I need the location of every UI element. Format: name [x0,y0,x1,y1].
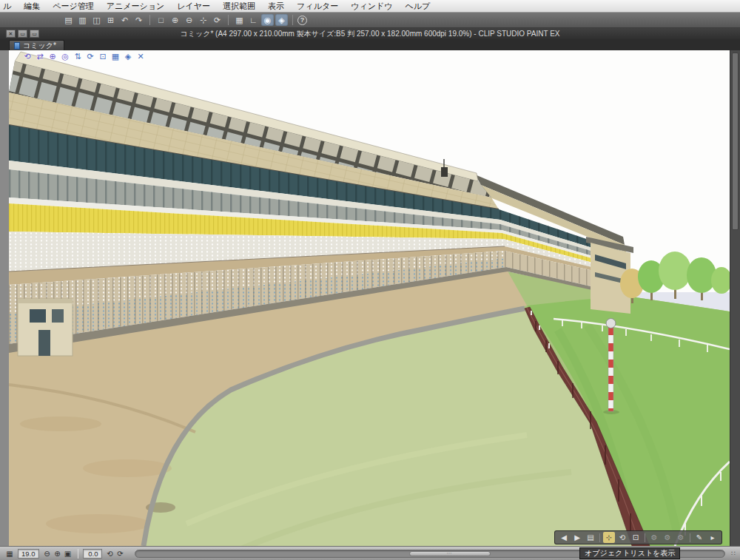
navigator-icon[interactable]: ▦ [4,548,15,559]
zoom-out-icon[interactable]: ⊖ [42,548,53,559]
tab-comic-document[interactable]: コミック* [9,40,64,50]
object-list-icon[interactable]: ▤ [585,532,596,543]
new-document-icon[interactable]: ▤ [62,14,75,26]
zoom-in-icon[interactable]: ⊕ [169,14,181,26]
rotate-view-icon[interactable]: ⟳ [211,14,223,26]
rotate-ccw-icon[interactable]: ⟲ [105,548,115,559]
prev-object-icon[interactable]: ◀ [558,532,570,543]
title-bar: ✕▭▭ コミック* (A4 297.00 x 210.00mm 製本サイズ:B5… [0,28,740,39]
window-title: コミック* (A4 297.00 x 210.00mm 製本サイズ:B5 判 2… [181,29,560,39]
camera-zoom-icon[interactable]: ⊕ [47,52,58,61]
rotate-mode-icon[interactable]: ⟲ [616,532,628,543]
redo-icon[interactable]: ↷ [132,14,145,26]
separator [599,533,600,542]
menu-item[interactable]: ページ管理 [53,1,94,12]
more-options-icon[interactable]: ▸ [707,532,719,543]
undo-icon[interactable]: ↶ [118,14,131,26]
separator [690,533,690,542]
camera-toolbar: ⟲⇄⊕◎⇅⟳⊡▦◈✕ [22,52,146,61]
main-toolbar: ▤▥◫⊞↶↷□⊕⊖⊹⟳▦∟◉◈? [0,13,740,28]
fit-to-window-icon[interactable]: ▣ [63,548,73,559]
scale-mode-icon[interactable]: ⊡ [630,532,642,543]
grid-icon[interactable]: ▦ [233,14,246,26]
pose-settings-icon[interactable]: ⚙ [648,532,660,543]
eraser-icon[interactable]: □ [155,14,167,26]
object-ground-icon[interactable]: ▦ [110,52,121,61]
document-icon [14,42,20,50]
menu-item[interactable]: 表示 [268,1,284,12]
maximize-button[interactable]: ▭ [30,30,39,38]
camera-pan-icon[interactable]: ⇄ [35,52,45,61]
help-icon[interactable]: ? [297,16,307,25]
snap-to-special-ruler-icon[interactable]: ◈ [275,14,288,26]
horizontal-scrollbar-thumb[interactable]: ⋯ [409,551,491,556]
menu-item[interactable]: ル [3,1,11,12]
resize-grip[interactable]: ∷ [731,550,736,557]
status-divider [78,549,78,559]
zoom-value[interactable]: 19.0 [18,549,39,559]
canvas-tab-bar: コミック* [0,39,740,50]
minimize-button[interactable]: ▭ [18,30,27,38]
racecourse-3d-render[interactable] [9,50,730,546]
zoom-in-icon[interactable]: ⊕ [53,548,63,559]
window-buttons: ✕▭▭ [6,30,39,38]
object-reset-icon[interactable]: ✕ [135,52,146,61]
menu-item[interactable]: レイヤー [177,1,210,12]
zoom-out-icon[interactable]: ⊖ [183,14,195,26]
menu-item[interactable]: アニメーション [107,1,165,12]
object-snap-icon[interactable]: ◈ [123,52,133,61]
object-toolbar: ◀▶▤⊹⟲⊡⚙⚙⚙✎▸ [554,530,722,544]
menu-item[interactable]: 選択範囲 [223,1,255,12]
object-move-icon[interactable]: ⇅ [73,52,83,61]
object-scale-icon[interactable]: ⊡ [98,52,108,61]
tab-label: コミック* [23,41,56,51]
menu-item[interactable]: フィルター [297,1,338,12]
vertical-scrollbar[interactable] [730,50,740,546]
next-object-icon[interactable]: ▶ [571,532,583,543]
save-icon[interactable]: ◫ [90,14,103,26]
object-list-tooltip: オブジェクトリストを表示 [579,547,680,559]
rotate-controls: ⟲⟳ [105,548,126,559]
canvas-viewport[interactable]: ⟲⇄⊕◎⇅⟳⊡▦◈✕ ◀▶▤⊹⟲⊡⚙⚙⚙✎▸ [9,50,730,546]
model-settings-icon[interactable]: ⚙ [662,532,673,543]
menu-bar: ル編集ページ管理アニメーションレイヤー選択範囲表示フィルターウィンドウヘルプ [0,0,740,13]
ruler-icon[interactable]: ∟ [247,14,260,26]
export-icon[interactable]: ⊞ [104,14,117,26]
side-building [18,299,73,356]
close-button[interactable]: ✕ [6,30,16,38]
move-mode-icon[interactable]: ⊹ [603,532,615,543]
camera-rotate-icon[interactable]: ⟲ [22,52,33,61]
rotation-value[interactable]: 0.0 [83,549,102,559]
camera-roll-icon[interactable]: ◎ [60,52,70,61]
separator [645,533,645,542]
open-file-icon[interactable]: ▥ [76,14,89,26]
main-area: ⟲⇄⊕◎⇅⟳⊡▦◈✕ ◀▶▤⊹⟲⊡⚙⚙⚙✎▸ [0,50,740,546]
separator [292,15,293,25]
menu-item[interactable]: ヘルプ [405,1,430,12]
rotate-reset-icon[interactable]: ⟳ [115,548,126,559]
snap-to-ruler-icon[interactable]: ◉ [261,14,274,26]
object-rotate-icon[interactable]: ⟳ [85,52,95,61]
separator [149,15,150,25]
menu-item[interactable]: ウィンドウ [351,1,392,12]
menu-item[interactable]: 編集 [24,1,40,12]
edit-model-icon[interactable]: ✎ [693,532,705,543]
status-left-icons: ▦ [4,548,15,559]
vertical-scrollbar-thumb[interactable] [732,53,739,230]
zoom-controls: ⊖⊕▣ [42,548,73,559]
light-settings-icon[interactable]: ⚙ [675,532,687,543]
hand-tool-icon[interactable]: ⊹ [197,14,209,26]
separator [228,15,229,25]
